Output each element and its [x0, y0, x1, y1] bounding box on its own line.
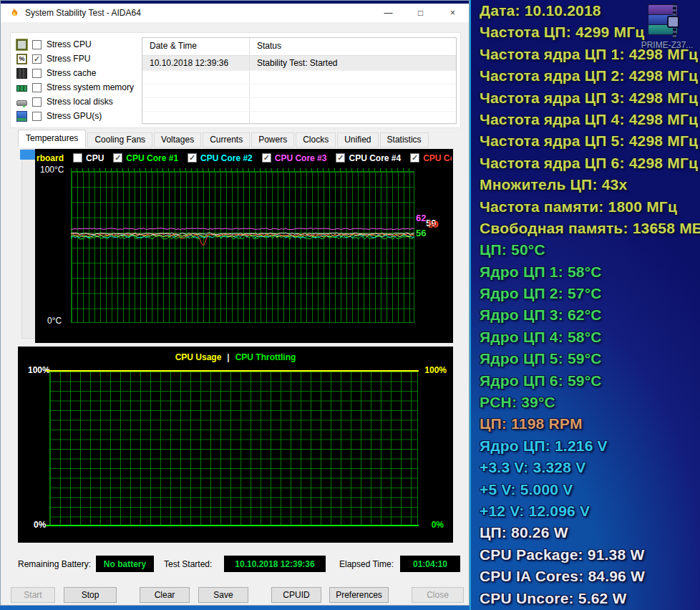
sensor-line: Частота ядра ЦП 5: 4298 МГц	[471, 130, 700, 152]
close-button: Close	[412, 587, 464, 603]
tab-statistics[interactable]: Statistics	[380, 132, 429, 147]
legend-label: CPU Core #2	[200, 153, 253, 163]
clear-button[interactable]: Clear	[140, 587, 190, 603]
column-header-status[interactable]: Status	[250, 38, 456, 55]
maximize-button[interactable]: □	[404, 4, 437, 22]
cpuid-button[interactable]: CPUID	[271, 587, 321, 603]
sensor-line: ЦП: 50°C	[471, 239, 700, 261]
checkbox-stress-gpu-s-[interactable]	[32, 112, 42, 121]
close-button[interactable]: ×	[437, 4, 469, 22]
stress-option-row: Stress cache	[16, 66, 96, 80]
checkbox-stress-cache[interactable]	[32, 69, 42, 78]
minimize-button[interactable]: —	[372, 4, 404, 22]
sensor-line: Частота ядра ЦП 6: 4298 МГц	[471, 152, 700, 174]
sensor-line: CPU Package: 91.38 W	[471, 544, 700, 566]
title-separator: |	[227, 352, 229, 362]
screen: Дата: 10.10.2018Частота ЦП: 4299 МГцЧаст…	[0, 0, 700, 610]
temp-axis-min-label: 0°C	[47, 316, 62, 326]
sensor-line: Ядро ЦП 3: 62°C	[471, 304, 700, 326]
tab-currents[interactable]: Currents	[203, 132, 250, 147]
legend-item: CPU	[73, 153, 104, 163]
trace-cpu-core-3	[71, 228, 414, 230]
legend-checkbox[interactable]: ✓	[336, 153, 345, 163]
desktop-strip-bottom	[0, 606, 470, 610]
tab-unified[interactable]: Unified	[337, 132, 378, 147]
stress-option-row: %✓Stress FPU	[16, 52, 90, 66]
stress-option-row: Stress system memory	[16, 80, 134, 95]
window-title: System Stability Test - AIDA64	[25, 8, 141, 18]
tab-cooling-fans[interactable]: Cooling Fans	[87, 132, 152, 147]
sensor-line: +12 V: 12.096 V	[471, 500, 700, 522]
save-button[interactable]: Save	[198, 587, 248, 603]
preferences-button[interactable]: Preferences	[329, 587, 389, 603]
cpu-usage-graph-panel: CPU Usage | CPU Throttling 100% 100% 0% …	[18, 347, 453, 543]
cell-datetime: 10.10.2018 12:39:36	[142, 56, 250, 70]
legend-label: CPU Core #3	[275, 153, 327, 163]
legend-item: rboard	[37, 153, 64, 163]
usage-left-min-label: 0%	[34, 520, 46, 530]
sensor-line: +5 V: 5.000 V	[471, 479, 700, 500]
sensor-line: Множитель ЦП: 43x	[471, 174, 700, 195]
tab-powers[interactable]: Powers	[251, 132, 294, 147]
status-bar: Remaining Battery: No battery Test Start…	[1, 556, 470, 573]
legend-item: ✓CPU Core #2	[188, 153, 253, 163]
usage-right-max-label: 100%	[424, 365, 447, 375]
tab-clocks[interactable]: Clocks	[296, 132, 336, 147]
sensor-line: Частота ядра ЦП 3: 4298 МГц	[471, 87, 700, 109]
checkbox-stress-system-memory[interactable]	[32, 83, 42, 92]
sensor-line: Ядро ЦП: 1.216 V	[471, 435, 700, 457]
stress-option-label: Stress cache	[47, 68, 96, 78]
sensor-line: CPU IA Cores: 84.96 W	[471, 566, 700, 587]
graph-scrollbar[interactable]	[21, 149, 36, 339]
table-row-empty	[142, 71, 456, 84]
temp-value-label-59: 59	[428, 219, 438, 230]
stress-option-row: Stress CPU	[16, 37, 92, 52]
temperature-legend: rboardCPU✓CPU Core #1✓CPU Core #2✓CPU Co…	[37, 152, 452, 164]
legend-checkbox[interactable]: ✓	[262, 153, 271, 163]
test-started-label: Test Started:	[164, 559, 212, 569]
aida64-stability-test-window: System Stability Test - AIDA64 — □ × Str…	[0, 0, 470, 606]
sensor-line: ЦП: 80.26 W	[471, 522, 700, 543]
stop-button[interactable]: Stop	[64, 587, 117, 603]
cpu-throttling-title: CPU Throttling	[235, 352, 296, 362]
memory-module-icon	[16, 85, 27, 92]
table-row-empty	[142, 84, 456, 98]
tab-voltages[interactable]: Voltages	[154, 132, 201, 147]
checkbox-stress-cpu[interactable]	[32, 40, 42, 49]
sensor-line: Частота ядра ЦП 4: 4298 МГц	[471, 109, 700, 130]
legend-checkbox[interactable]: ✓	[113, 153, 122, 163]
table-row[interactable]: 10.10.2018 12:39:36Stability Test: Start…	[142, 56, 456, 71]
scrollbar-thumb[interactable]	[20, 150, 36, 160]
legend-checkbox[interactable]	[73, 153, 82, 163]
battery-label: Remaining Battery:	[18, 559, 91, 569]
battery-indicator: No battery	[96, 556, 154, 572]
temperature-graph-panel: rboardCPU✓CPU Core #1✓CPU Core #2✓CPU Co…	[35, 149, 453, 343]
legend-label: rboard	[37, 153, 64, 163]
sensor-line: Частота памяти: 1800 МГц	[471, 196, 700, 218]
sensor-readings: Дата: 10.10.2018Частота ЦП: 4299 МГцЧаст…	[471, 0, 700, 609]
legend-checkbox[interactable]: ✓	[410, 153, 419, 163]
legend-item: ✓CPU Core #4	[336, 153, 401, 163]
winrar-archive-icon[interactable]	[645, 4, 681, 37]
checkbox-stress-local-disks[interactable]	[32, 97, 42, 107]
sensor-line: Ядро ЦП 5: 59°C	[471, 348, 700, 369]
sensor-line: Ядро ЦП 4: 58°C	[471, 326, 700, 348]
event-log-table[interactable]: Date & Time Status 10.10.2018 12:39:36St…	[142, 37, 457, 124]
column-header-datetime[interactable]: Date & Time	[142, 38, 250, 55]
sensor-line: Свободная память: 13658 МБ	[471, 218, 700, 239]
cpu-throttling-line	[46, 525, 419, 526]
graph-tabs: TemperaturesCooling FansVoltagesCurrents…	[18, 132, 430, 147]
tab-temperatures[interactable]: Temperatures	[18, 130, 86, 147]
cell-status: Stability Test: Started	[250, 56, 456, 70]
legend-checkbox[interactable]: ✓	[188, 153, 197, 163]
sensor-line: PCH: 39°C	[471, 392, 700, 413]
elapsed-time-label: Elapsed Time:	[339, 559, 394, 569]
checkbox-stress-fpu[interactable]: ✓	[32, 54, 42, 64]
stress-option-label: Stress FPU	[47, 54, 90, 64]
temp-value-label-56: 56	[416, 228, 426, 238]
start-button: Start	[11, 587, 55, 603]
desktop-icon-label[interactable]: PRIME-Z37...	[631, 40, 700, 50]
title-bar[interactable]: System Stability Test - AIDA64 — □ ×	[1, 4, 469, 22]
sensor-line: +3.3 V: 3.328 V	[471, 457, 700, 478]
test-started-indicator: 10.10.2018 12:39:36	[224, 556, 326, 572]
